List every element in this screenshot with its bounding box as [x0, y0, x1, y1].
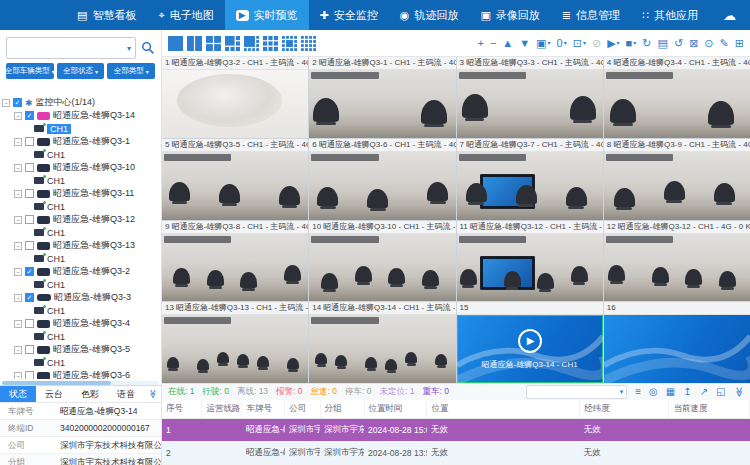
tree-device[interactable]: - ✓ 昭通应急-雄狮Q3-3	[0, 291, 160, 304]
fullscreen-icon[interactable]: ⊞	[735, 38, 744, 49]
video-frame[interactable]	[604, 152, 750, 220]
video-frame[interactable]	[309, 234, 455, 302]
refresh-icon[interactable]: ↻	[642, 38, 651, 49]
video-tile[interactable]: 15 ▶ 昭通应急-雄狮Q3-14 - CH1	[457, 302, 603, 383]
device-checkbox[interactable]	[25, 371, 34, 379]
panel-tab-状态[interactable]: 状态	[0, 386, 36, 402]
snapshot-icon[interactable]: ⊡▾	[573, 38, 586, 49]
page-down-icon[interactable]: ▼	[519, 38, 530, 49]
nav-tab-video-playback[interactable]: ▣ 录像回放	[469, 0, 550, 30]
export-excel-icon[interactable]: ▦	[666, 387, 675, 397]
collapse-toggle-icon[interactable]: -	[2, 99, 10, 107]
device-checkbox[interactable]	[25, 241, 34, 250]
tree-channel[interactable]: CH1	[0, 356, 160, 369]
video-tile[interactable]: 9 昭通应急-雄狮Q3-8 - CH1 - 主码流 - 4G - 0 K...	[162, 221, 308, 302]
tree-channel[interactable]: CH1	[0, 174, 160, 187]
collapse-toggle-icon[interactable]: -	[14, 346, 22, 354]
collapse-toggle-icon[interactable]: -	[14, 112, 22, 120]
panel-tab-语音[interactable]: 语音	[108, 386, 144, 402]
export-icon[interactable]: ↥	[683, 387, 691, 397]
page-up-icon[interactable]: ▲	[502, 38, 513, 49]
video-frame[interactable]	[457, 152, 603, 220]
layout-16-icon[interactable]	[301, 36, 316, 51]
collapse-toggle-icon[interactable]: -	[14, 138, 22, 146]
dropdown-caret-icon[interactable]: ▾	[127, 44, 131, 53]
video-frame[interactable]	[309, 152, 455, 220]
table-filter-select[interactable]: ▾	[526, 385, 627, 399]
device-checkbox[interactable]	[25, 319, 34, 328]
tree-channel[interactable]: CH1	[0, 330, 160, 343]
device-checkbox[interactable]	[25, 163, 34, 172]
tree-device[interactable]: - 昭通应急-雄狮Q3-6	[0, 369, 160, 379]
nav-tab-map[interactable]: ⌖ 电子地图	[147, 0, 224, 30]
table-row[interactable]: 1昭通应急-雄狮Q3-14深圳市宇东技术科技有限公司 深圳市宇东技术科技有限公司…	[162, 419, 750, 442]
collapse-toggle-icon[interactable]: -	[14, 216, 22, 224]
tree-device[interactable]: - 昭通应急-雄狮Q3-12	[0, 213, 160, 226]
layout-4-icon[interactable]	[206, 36, 221, 51]
collapse-toggle-icon[interactable]: -	[14, 242, 22, 250]
collapse-toggle-icon[interactable]: -	[14, 190, 22, 198]
device-checkbox[interactable]	[25, 137, 34, 146]
tree-device[interactable]: - 昭通应急-雄狮Q3-5	[0, 343, 160, 356]
play-all-icon[interactable]: ▶▾	[607, 38, 619, 49]
play-icon[interactable]: ▶	[518, 329, 542, 353]
video-tile[interactable]: 8 昭通应急-雄狮Q3-9 - CH1 - 主码流 - 4G - 0 KB...	[604, 139, 750, 220]
video-frame[interactable]: ▶ 昭通应急-雄狮Q3-14 - CH1	[457, 315, 603, 383]
video-frame[interactable]	[162, 70, 308, 138]
filter-dropdown-0[interactable]: 全部车辆类型 ▾	[6, 63, 54, 79]
video-frame[interactable]	[162, 152, 308, 220]
tree-channel[interactable]: CH1	[0, 252, 160, 265]
remove-window-icon[interactable]: −	[490, 38, 496, 49]
tree-channel[interactable]: CH1	[0, 148, 160, 161]
layout-6-icon[interactable]	[225, 36, 240, 51]
collapse-toggle-icon[interactable]: -	[14, 164, 22, 172]
nav-tab-shield[interactable]: ✚ 安全监控	[309, 0, 389, 30]
collapse-toggle-icon[interactable]: -	[14, 320, 22, 328]
video-tile[interactable]: 12 昭通应急-雄狮Q3-12 - CH1 - 4G - 0 KB/S / 2.…	[604, 221, 750, 302]
clear-windows-icon[interactable]: ⊠	[689, 38, 698, 49]
tree-device[interactable]: - ✓ 昭通应急-雄狮Q3-14	[0, 109, 160, 122]
layout-9-icon[interactable]	[263, 36, 278, 51]
device-checkbox[interactable]: ✓	[25, 111, 34, 120]
expand-table-icon[interactable]: ◱	[716, 387, 725, 397]
video-frame[interactable]	[162, 234, 308, 302]
tree-device[interactable]: - 昭通应急-雄狮Q3-13	[0, 239, 160, 252]
panel-tab-色彩[interactable]: 色彩	[72, 386, 108, 402]
device-checkbox[interactable]: ✓	[25, 267, 34, 276]
tree-device[interactable]: - 昭通应急-雄狮Q3-10	[0, 161, 160, 174]
device-checkbox[interactable]	[25, 215, 34, 224]
audio-mute-icon[interactable]: ⊘	[592, 38, 601, 49]
add-window-icon[interactable]: +	[477, 38, 483, 49]
search-input[interactable]: ▾	[6, 37, 136, 59]
root-checkbox[interactable]: ✓	[13, 98, 22, 107]
video-frame[interactable]	[457, 234, 603, 302]
panel-tab-云台[interactable]: 云台	[36, 386, 72, 402]
device-checkbox[interactable]: ✓	[25, 293, 34, 302]
video-tile[interactable]: 16	[604, 302, 750, 383]
tree-device[interactable]: - 昭通应急-雄狮Q3-11	[0, 187, 160, 200]
video-tile[interactable]: 11 昭通应急-雄狮Q3-12 - CH1 - 主码流 - 4G - 0 ...	[457, 221, 603, 302]
collapse-chevron-icon[interactable]: ≫	[147, 389, 157, 398]
nav-tab-dashboard[interactable]: ▤ 智慧看板	[66, 0, 147, 30]
video-frame[interactable]	[309, 70, 455, 138]
video-tile[interactable]: 6 昭通应急-雄狮Q3-6 - CH1 - 主码流 - 4G - 0 K...	[309, 139, 455, 220]
tree-device[interactable]: - ✓ 昭通应急-雄狮Q3-2	[0, 265, 160, 278]
device-checkbox[interactable]	[25, 189, 34, 198]
collapse-toggle-icon[interactable]: -	[14, 268, 22, 276]
nav-tab-live-preview[interactable]: ▶ 实时预览	[225, 0, 309, 30]
video-tile[interactable]: 3 昭通应急-雄狮Q3-3 - CH1 - 主码流 - 4G - 0 K...	[457, 57, 603, 138]
queue-list-icon[interactable]: ≡	[635, 387, 641, 397]
color-adjust-icon[interactable]: ✎	[720, 38, 729, 49]
stream-type-icon[interactable]: 0▾	[557, 38, 567, 49]
video-tile[interactable]: 13 昭通应急-雄狮Q3-13 - CH1 - 主码流 - 4G - 0 ...	[162, 302, 308, 383]
collapse-toggle-icon[interactable]: -	[14, 294, 22, 302]
video-frame[interactable]	[604, 70, 750, 138]
tree-device[interactable]: - 昭通应急-雄狮Q3-1	[0, 135, 160, 148]
tree-channel[interactable]: CH1	[0, 122, 160, 135]
search-icon[interactable]	[141, 41, 155, 55]
video-tile[interactable]: 14 昭通应急-雄狮Q3-14 - CH1 - 主码流 - 4G - 3...	[309, 302, 455, 383]
screen-layout-icon[interactable]: ▣▾	[536, 38, 550, 49]
video-tile[interactable]: 2 昭通应急-雄狮Q3-1 - CH1 - 主码流 - 4G - 0 K...	[309, 57, 455, 138]
save-icon[interactable]: ▤	[658, 38, 668, 49]
filter-dropdown-1[interactable]: 全部状态 ▾	[57, 63, 105, 79]
